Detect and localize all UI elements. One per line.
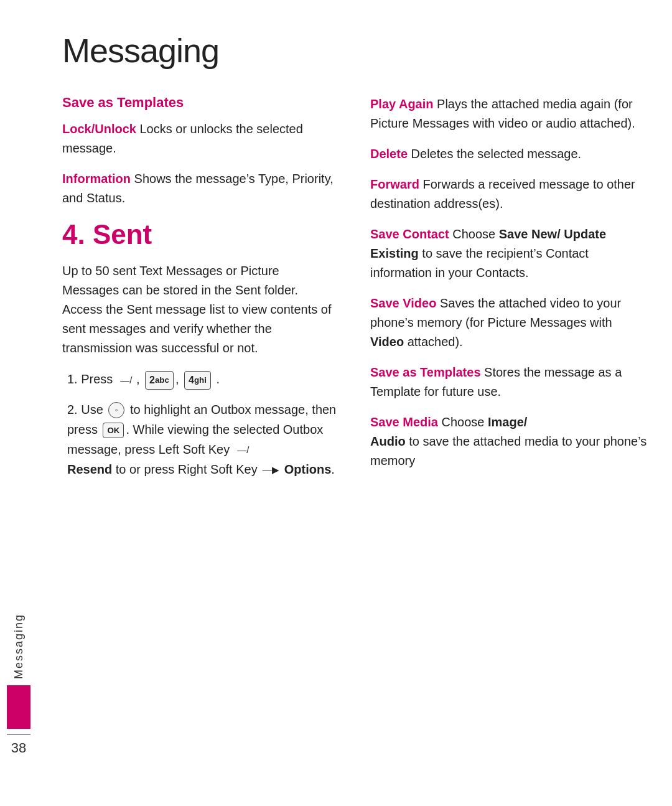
- step2-cont3: to or press Right Soft Key: [112, 462, 261, 476]
- lock-unlock-term: Lock/Unlock: [62, 122, 136, 136]
- delete-term: Delete: [370, 147, 408, 161]
- two-column-layout: Save as Templates Lock/Unlock Locks or u…: [62, 95, 647, 781]
- save-media-mid: Choose: [438, 415, 488, 429]
- save-contact-mid: Choose: [449, 227, 499, 241]
- forward-paragraph: Forward Forwards a received message to o…: [370, 175, 647, 213]
- play-again-paragraph: Play Again Plays the attached media agai…: [370, 95, 647, 133]
- page-title: Messaging: [62, 31, 647, 70]
- save-video-paragraph: Save Video Saves the attached video to y…: [370, 294, 647, 352]
- save-media-term: Save Media: [370, 415, 438, 429]
- main-content: Messaging Save as Templates Lock/Unlock …: [37, 0, 672, 806]
- step-2: 2. Use ◦ to highlight an Outbox message,…: [62, 400, 339, 479]
- step1-prefix: 1. Press: [67, 372, 113, 386]
- sidebar-rotated-label: Messaging: [12, 614, 26, 679]
- play-again-term: Play Again: [370, 97, 434, 111]
- step2-prefix: 2. Use: [67, 403, 106, 416]
- step2-ok-icon: OK: [103, 423, 124, 438]
- sidebar-line: [7, 734, 30, 735]
- step2-rsk-icon: ―▶: [262, 464, 279, 476]
- forward-term: Forward: [370, 177, 419, 191]
- information-term: Information: [62, 172, 131, 185]
- save-contact-term: Save Contact: [370, 227, 449, 241]
- save-as-templates-paragraph: Save as Templates Stores the message as …: [370, 363, 647, 401]
- save-media-bold1: Image/: [488, 415, 527, 429]
- section4-heading: 4. Sent: [62, 219, 339, 250]
- delete-paragraph: Delete Deletes the selected message.: [370, 144, 647, 164]
- step1-key1-icon: —/: [118, 374, 135, 387]
- step-1: 1. Press —/, 2 abc, 4 ghi .: [62, 369, 339, 390]
- save-as-templates-heading: Save as Templates: [62, 95, 339, 111]
- save-as-templates-term: Save as Templates: [370, 365, 481, 379]
- section4-intro: Up to 50 sent Text Messages or Picture M…: [62, 261, 339, 358]
- save-contact-paragraph: Save Contact Choose Save New/ Update Exi…: [370, 225, 647, 283]
- information-paragraph: Information Shows the message’s Type, Pr…: [62, 169, 339, 208]
- page-container: Messaging 38 Messaging Save as Templates…: [0, 0, 672, 806]
- right-column: Play Again Plays the attached media agai…: [370, 95, 647, 781]
- save-video-bold: Video: [370, 335, 404, 349]
- left-column: Save as Templates Lock/Unlock Locks or u…: [62, 95, 339, 781]
- step2-options-label: Options: [284, 462, 332, 476]
- save-media-bold2: Audio: [370, 434, 406, 448]
- step1-key2-icon: 2 abc: [145, 371, 174, 390]
- step2-resend-label: Resend: [67, 462, 112, 476]
- step2-nav-icon: ◦: [108, 402, 124, 418]
- sidebar-pink-block: [7, 685, 30, 729]
- lock-unlock-paragraph: Lock/Unlock Locks or unlocks the selecte…: [62, 119, 339, 158]
- page-number: 38: [11, 740, 26, 756]
- step1-key3-icon: 4 ghi: [184, 371, 211, 390]
- save-media-end: to save the attached media to your phone…: [370, 434, 646, 467]
- sidebar: Messaging 38: [0, 0, 37, 806]
- delete-desc: Deletes the selected message.: [408, 147, 581, 161]
- sidebar-text-container: Messaging 38: [7, 614, 30, 756]
- save-video-term: Save Video: [370, 296, 436, 310]
- step2-press-lsk: press Left Soft Key: [124, 443, 233, 456]
- save-video-end: attached).: [404, 335, 463, 349]
- step2-lsk-icon: —/: [235, 444, 252, 456]
- step2-end: .: [331, 462, 335, 476]
- save-media-paragraph: Save Media Choose Image/Audio to save th…: [370, 413, 647, 471]
